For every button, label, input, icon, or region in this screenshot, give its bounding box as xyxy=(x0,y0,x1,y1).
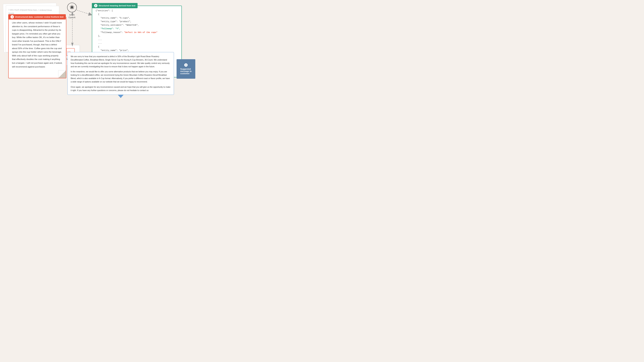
json-line-1: {"entities": [ xyxy=(96,10,113,12)
review-badge: 1 Unstructured data: customer review fre… xyxy=(8,14,66,20)
message-paragraph-1: We are sorry to hear that you experience… xyxy=(71,55,171,68)
json-line-9: { xyxy=(96,46,99,48)
message-text: We are sorry to hear that you experience… xyxy=(71,55,171,92)
suggest-badge-label: Suggested message to customer xyxy=(180,68,192,74)
json-line-3: "entity_name": "k-cups", xyxy=(96,17,130,19)
json-line-5: "entity_sentiment": "NEGATIVE", xyxy=(96,24,139,26)
json-line-8: }, xyxy=(96,35,100,37)
json-line-6: "followup": "Y", xyxy=(96,28,120,30)
json-line-10: "entity_name": "price", xyxy=(96,49,129,52)
json-badge-label: Structured meaning derived from text xyxy=(98,4,135,7)
json-line-4: "entity_type": "product", xyxy=(96,20,132,23)
azure-openai-logo: Azure OpenAI xyxy=(67,2,77,19)
suggest-badge: 3 Suggested message to customer xyxy=(176,59,195,79)
review-badge-label: Unstructured data: customer review freef… xyxy=(15,16,64,18)
json-line-dots1: ... xyxy=(96,38,102,41)
openai-icon xyxy=(67,2,77,12)
azure-openai-label: Azure OpenAI xyxy=(68,14,75,19)
json-line-dots2: ... xyxy=(96,42,102,44)
json-badge: 2 Structured meaning derived from text xyxy=(92,3,138,8)
json-line-7-val: "Defect in 50% of the cups" xyxy=(124,31,158,34)
json-line-2: { xyxy=(96,13,99,15)
message-paragraph-2: In the meantime, we would like to offer … xyxy=(71,70,171,84)
review-text: Like other users, whose reviews I wish I… xyxy=(12,21,62,68)
review-badge-number: 1 xyxy=(10,15,14,18)
message-card: We are sorry to hear that you experience… xyxy=(68,52,174,95)
suggest-badge-number: 3 xyxy=(184,63,188,67)
svg-line-6 xyxy=(77,10,92,15)
review-card: 1 Unstructured data: customer review fre… xyxy=(8,17,66,78)
message-paragraph-3: Once again, we apologize for any inconve… xyxy=(71,86,171,92)
json-line-7: "followup_reason": xyxy=(96,31,124,34)
json-badge-number: 2 xyxy=(94,4,98,7)
